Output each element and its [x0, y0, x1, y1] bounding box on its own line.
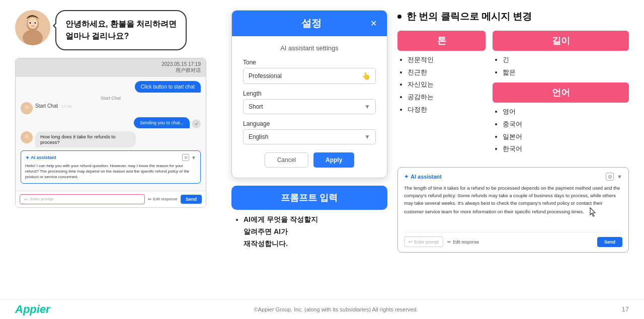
svg-point-11: [194, 121, 199, 126]
avatar: [15, 10, 50, 45]
prompt-box: 프롬프트 입력: [231, 186, 387, 210]
footer-page-number: 17: [622, 305, 629, 313]
language-select[interactable]: English ▼: [243, 129, 376, 144]
ai-large-title: ✦ AI assistant: [404, 174, 442, 180]
chat-msg-start: Click button to start chat: [21, 81, 201, 93]
length-card-header: 길이: [493, 31, 629, 51]
list-item: 긴: [503, 54, 629, 66]
language-card: 언어 영어 중국어 일본어 한국어: [493, 83, 629, 155]
modal-close-button[interactable]: ✕: [370, 19, 377, 28]
send-button-small[interactable]: Send: [181, 195, 202, 204]
gear-icon[interactable]: ⚙: [182, 154, 189, 161]
cancel-button[interactable]: Cancel: [265, 152, 308, 168]
language-card-list: 영어 중국어 일본어 한국어: [493, 106, 629, 155]
chat-header: 2023.05.15 17:19 用户群对话: [16, 58, 206, 77]
prompt-bullet: AI에게 무엇을 작성할지 알려주면 AI가 재작성합니다.: [244, 214, 387, 250]
tone-field: Tone Professional 👆: [243, 59, 376, 84]
start-chat-label: Start Chat 17:19: [35, 102, 71, 110]
enter-prompt-field[interactable]: ↩ Enter prompt: [20, 194, 145, 204]
language-label: Language: [243, 120, 376, 127]
chat-input-area: ↩ Enter prompt ✏ Edit response Send: [16, 191, 206, 207]
cards-row: 톤 전문적인 친근한 자신있는 공감하는 다정한 길이 긴 짧은: [397, 31, 629, 155]
ai-large-box: ✦ AI assistant ⚙ ▼ The length of time it…: [397, 167, 629, 253]
enter-prompt-large[interactable]: ↩ Enter prompt: [404, 236, 443, 247]
length-card-list: 긴 짧은: [493, 54, 629, 78]
list-item: 자신있는: [408, 78, 486, 91]
settings-modal-title: 설정: [252, 17, 370, 30]
language-card-header: 언어: [493, 83, 629, 103]
length-label: Length: [243, 90, 376, 97]
list-item: 공감하는: [408, 91, 486, 104]
small-avatar: [21, 102, 33, 114]
appier-logo: Appier: [15, 303, 50, 316]
footer: Appier ©Appier Group, Inc. (along with i…: [0, 299, 644, 319]
ai-large-icons: ⚙ ▼: [606, 173, 622, 181]
tone-value: Professional: [249, 72, 282, 79]
edit-response-large[interactable]: ✏ Edit response: [447, 240, 479, 245]
settings-modal-subtitle: AI assistant settings: [243, 44, 376, 52]
send-button-large[interactable]: Send: [597, 237, 622, 247]
svg-point-6: [30, 22, 31, 24]
language-value: English: [249, 133, 268, 140]
user-question-row: How long does it take for refunds to pro…: [21, 131, 201, 147]
tone-card-header: 톤: [397, 31, 486, 51]
middle-panel: 설정 ✕ AI assistant settings Tone Professi…: [231, 10, 387, 302]
sparkle-icon: ✦: [404, 174, 409, 180]
chat-msg-start-center: Start Chat: [21, 96, 201, 101]
footer-copyright: ©Appier Group, Inc. (along with its subs…: [254, 306, 418, 312]
chat-bubble-start: Click button to start chat: [135, 81, 201, 93]
length-field: Length Short ▼: [243, 90, 376, 114]
user-avatar: [21, 131, 33, 143]
chat-row-start: Start Chat 17:19: [21, 102, 201, 114]
ai-assistant-chat-title: ✦ AI assistant: [25, 155, 56, 161]
length-card: 길이 긴 짧은: [493, 31, 629, 78]
settings-modal-body: AI assistant settings Tone Professional …: [232, 36, 387, 178]
ai-large-header: ✦ AI assistant ⚙ ▼: [404, 173, 622, 181]
tone-card: 톤 전문적인 친근한 자신있는 공감하는 다정한: [397, 31, 486, 155]
pencil-icon-large: ✏: [447, 240, 451, 245]
sending-row: Sending you to chat...: [21, 117, 201, 128]
language-field: Language English ▼: [243, 120, 376, 144]
list-item: 전문적인: [408, 54, 486, 66]
svg-point-2: [23, 30, 43, 45]
gear-icon-large[interactable]: ⚙: [606, 173, 614, 181]
tone-card-list: 전문적인 친근한 자신있는 공감하는 다정한: [397, 54, 486, 116]
settings-modal-header: 설정 ✕: [232, 11, 387, 36]
list-item: 일본어: [503, 131, 629, 143]
settings-buttons: Cancel Apply: [243, 152, 376, 168]
hand-cursor-icon: 👆: [362, 72, 370, 80]
chevron-down-icon-lang: ▼: [364, 133, 370, 140]
ai-assistant-chat-box: ✦ AI assistant ⚙ ▼ Hello! I can help you…: [21, 150, 201, 184]
list-item: 짧은: [503, 66, 629, 79]
ai-icons-row: ⚙ ▼: [182, 154, 196, 161]
speech-bubble-area: 안녕하세요, 환불을 처리하려면 얼마나 걸리나요?: [15, 10, 221, 50]
bullet-icon: [397, 15, 401, 19]
enter-prompt-icon: ↩: [24, 197, 28, 202]
cursor-icon: [588, 207, 596, 217]
ai-assistant-chat-header: ✦ AI assistant ⚙ ▼: [25, 154, 196, 161]
main-heading: 한 번의 클릭으로 메시지 변경: [407, 10, 532, 23]
right-panel: 한 번의 클릭으로 메시지 변경 톤 전문적인 친근한 자신있는 공감하는 다정…: [397, 10, 629, 302]
tone-label: Tone: [243, 59, 376, 66]
prompt-section: 프롬프트 입력 AI에게 무엇을 작성할지 알려주면 AI가 재작성합니다.: [231, 186, 387, 250]
tone-select[interactable]: Professional 👆: [243, 68, 376, 84]
enter-prompt-icon-large: ↩: [409, 239, 413, 245]
chevron-down-large-icon[interactable]: ▼: [617, 174, 622, 180]
length-select[interactable]: Short ▼: [243, 99, 376, 114]
apply-button[interactable]: Apply: [313, 152, 354, 168]
ai-large-text: The length of time it takes for a refund…: [404, 185, 622, 217]
list-item: 중국어: [503, 118, 629, 131]
length-lang-col: 길이 긴 짧은 언어 영어 중국어 일본어 한국어: [493, 31, 629, 155]
edit-response-btn[interactable]: ✏ Edit response: [148, 197, 178, 202]
sending-bubble: Sending you to chat...: [134, 117, 190, 128]
svg-point-7: [35, 22, 36, 24]
prompt-content: AI에게 무엇을 작성할지 알려주면 AI가 재작성합니다.: [231, 210, 387, 250]
chevron-down-icon[interactable]: ▼: [191, 155, 196, 161]
main-heading-row: 한 번의 클릭으로 메시지 변경: [397, 10, 629, 23]
chevron-down-icon: ▼: [364, 103, 370, 110]
list-item: 다정한: [408, 104, 486, 116]
list-item: 친근한: [408, 66, 486, 79]
list-item: 영어: [503, 106, 629, 118]
list-item: 한국어: [503, 143, 629, 155]
sending-icon: [192, 119, 201, 128]
